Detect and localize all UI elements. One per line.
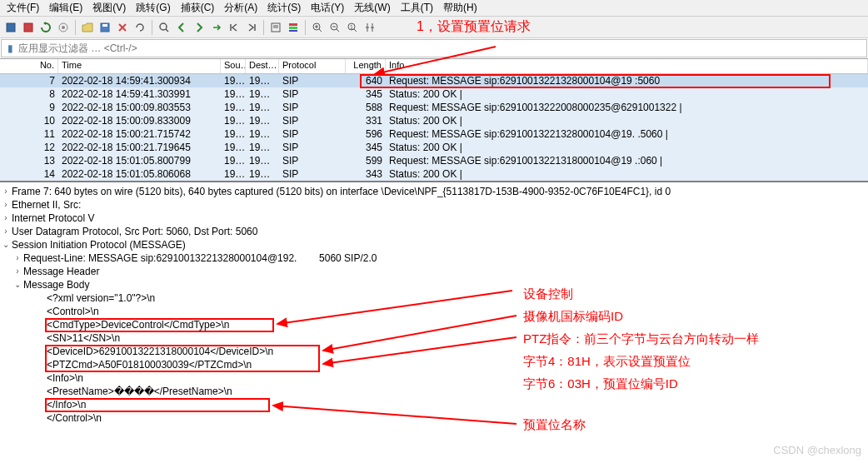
bookmark-icon[interactable]: ▮ bbox=[2, 42, 18, 54]
zoom-out-icon[interactable] bbox=[327, 20, 342, 35]
resize-columns-icon[interactable] bbox=[362, 20, 377, 35]
table-row[interactable]: 112022-02-18 15:00:21.71574219…19…SIP596… bbox=[0, 127, 868, 141]
cell-no: 13 bbox=[0, 155, 58, 167]
separator bbox=[305, 20, 306, 35]
open-file-icon[interactable] bbox=[80, 20, 95, 35]
cell-src: 19… bbox=[221, 115, 246, 127]
cell-dst: 19… bbox=[246, 115, 279, 127]
cell-dst: 19… bbox=[246, 102, 279, 113]
expand-icon[interactable]: › bbox=[12, 251, 23, 265]
frame-line[interactable]: Frame 7: 640 bytes on wire (5120 bits), … bbox=[12, 185, 671, 198]
restart-capture-icon[interactable] bbox=[38, 20, 53, 35]
xml-line[interactable]: <SN>11</SN>\n bbox=[47, 331, 120, 345]
svg-text:1: 1 bbox=[350, 24, 353, 30]
svg-rect-1 bbox=[24, 23, 32, 32]
xml-ptzcmd-line[interactable]: <PTZCmd>A50F018100030039</PTZCmd>\n bbox=[47, 358, 252, 371]
packet-details: ›Frame 7: 640 bytes on wire (5120 bits),… bbox=[0, 181, 868, 427]
header-destination[interactable]: Dest… bbox=[246, 59, 279, 73]
packet-list-body[interactable]: 72022-02-18 14:59:41.30093419…19…SIP640R… bbox=[0, 74, 868, 181]
reload-icon[interactable] bbox=[132, 20, 147, 35]
xml-line[interactable]: <?xml version="1.0"?>\n bbox=[47, 291, 155, 305]
header-protocol[interactable]: Protocol bbox=[279, 59, 346, 73]
message-body-line[interactable]: Message Body bbox=[23, 278, 89, 291]
cell-len: 599 bbox=[346, 155, 386, 167]
cell-proto: SIP bbox=[279, 128, 346, 140]
menu-capture[interactable]: 捕获(C) bbox=[176, 0, 220, 17]
udp-line[interactable]: User Datagram Protocol, Src Port: 5060, … bbox=[12, 225, 257, 238]
cell-len: 343 bbox=[346, 168, 386, 180]
ethernet-line[interactable]: Ethernet II, Src: bbox=[12, 198, 84, 212]
annotation-preset-name: 预置位名称 bbox=[523, 418, 586, 431]
xml-line[interactable]: <Info>\n bbox=[47, 371, 83, 385]
menu-wireless[interactable]: 无线(W) bbox=[349, 0, 395, 17]
xml-line[interactable]: </Info>\n bbox=[47, 398, 86, 411]
table-row[interactable]: 82022-02-18 14:59:41.30399119…19…SIP345S… bbox=[0, 87, 868, 101]
go-back-icon[interactable] bbox=[174, 20, 189, 35]
table-row[interactable]: 72022-02-18 14:59:41.30093419…19…SIP640R… bbox=[0, 74, 868, 87]
annotation-device-control: 设备控制 bbox=[523, 287, 573, 301]
go-first-icon[interactable] bbox=[227, 20, 242, 35]
sip-line[interactable]: Session Initiation Protocol (MESSAGE) bbox=[12, 238, 186, 251]
table-row[interactable]: 92022-02-18 15:00:09.80355319…19…SIP588R… bbox=[0, 101, 868, 114]
header-time[interactable]: Time bbox=[58, 59, 221, 73]
menu-stats[interactable]: 统计(S) bbox=[262, 0, 306, 17]
cell-dst: 19… bbox=[246, 168, 279, 180]
cell-src: 19… bbox=[221, 75, 246, 87]
stop-capture-icon[interactable] bbox=[21, 20, 36, 35]
ip-line[interactable]: Internet Protocol V bbox=[12, 212, 94, 225]
request-line[interactable]: Request-Line: MESSAGE sip:62910013221328… bbox=[23, 251, 377, 265]
cell-info: Request: MESSAGE sip:6291001322131800010… bbox=[386, 155, 868, 167]
header-source[interactable]: Sou… bbox=[221, 59, 246, 73]
cell-info: Request: MESSAGE sip:6291001322132800010… bbox=[386, 128, 868, 140]
go-to-icon[interactable] bbox=[209, 20, 224, 35]
annotation-ptz-cmd: PTZ指令：前三个字节与云台方向转动一样 bbox=[523, 332, 759, 346]
auto-scroll-icon[interactable] bbox=[268, 20, 283, 35]
header-length[interactable]: Length bbox=[346, 59, 386, 73]
expand-icon[interactable]: › bbox=[12, 265, 23, 278]
xml-line[interactable]: </Control>\n bbox=[47, 411, 102, 425]
menu-edit[interactable]: 编辑(E) bbox=[44, 0, 87, 17]
expand-icon[interactable]: › bbox=[0, 212, 12, 225]
find-icon[interactable] bbox=[157, 20, 172, 35]
zoom-in-icon[interactable] bbox=[310, 20, 325, 35]
xml-cmdtype-line[interactable]: <CmdType>DeviceControl</CmdType>\n bbox=[47, 318, 229, 331]
colorize-icon[interactable] bbox=[286, 20, 301, 35]
expand-icon[interactable]: › bbox=[0, 198, 12, 212]
go-forward-icon[interactable] bbox=[192, 20, 207, 35]
menu-file[interactable]: 文件(F) bbox=[2, 0, 44, 17]
menu-phone[interactable]: 电话(Y) bbox=[306, 0, 349, 17]
cell-info: Request: MESSAGE sip:6291001322200800023… bbox=[386, 102, 868, 113]
header-no[interactable]: No. bbox=[0, 59, 58, 73]
cell-info: Status: 200 OK | bbox=[386, 168, 868, 180]
save-icon[interactable] bbox=[97, 20, 112, 35]
header-info[interactable]: Info bbox=[386, 59, 868, 73]
collapse-icon[interactable]: ⌄ bbox=[12, 278, 23, 291]
close-icon[interactable] bbox=[115, 20, 130, 35]
table-row[interactable]: 142022-02-18 15:01:05.80606819…19…SIP343… bbox=[0, 167, 868, 181]
zoom-reset-icon[interactable]: 1 bbox=[345, 20, 360, 35]
go-last-icon[interactable] bbox=[244, 20, 259, 35]
collapse-icon[interactable]: ⌄ bbox=[0, 238, 12, 251]
menu-jump[interactable]: 跳转(G) bbox=[131, 0, 175, 17]
separator bbox=[75, 20, 76, 35]
cell-no: 8 bbox=[0, 88, 58, 100]
watermark: CSDN @chexlong bbox=[773, 444, 861, 456]
table-row[interactable]: 132022-02-18 15:01:05.80079919…19…SIP599… bbox=[0, 154, 868, 167]
menu-view[interactable]: 视图(V) bbox=[87, 0, 131, 17]
svg-line-20 bbox=[337, 29, 339, 32]
xml-deviceid-line[interactable]: <DeviceID>62910013221318000104</DeviceID… bbox=[47, 345, 273, 358]
expand-icon[interactable]: › bbox=[0, 225, 12, 238]
xml-presetname-line[interactable]: <PresetName>����</PresetName>\n bbox=[47, 385, 232, 398]
menu-tools[interactable]: 工具(T) bbox=[396, 0, 438, 17]
message-header-line[interactable]: Message Header bbox=[23, 265, 99, 278]
cell-len: 345 bbox=[346, 88, 386, 100]
table-row[interactable]: 102022-02-18 15:00:09.83300919…19…SIP331… bbox=[0, 114, 868, 127]
menu-help[interactable]: 帮助(H) bbox=[438, 0, 482, 17]
display-filter-input[interactable] bbox=[18, 42, 866, 54]
xml-line[interactable]: <Control>\n bbox=[47, 305, 99, 318]
options-icon[interactable] bbox=[56, 20, 71, 35]
menu-analyze[interactable]: 分析(A) bbox=[219, 0, 262, 17]
table-row[interactable]: 122022-02-18 15:00:21.71964519…19…SIP345… bbox=[0, 141, 868, 154]
expand-icon[interactable]: › bbox=[0, 185, 12, 198]
start-capture-icon[interactable] bbox=[3, 20, 18, 35]
